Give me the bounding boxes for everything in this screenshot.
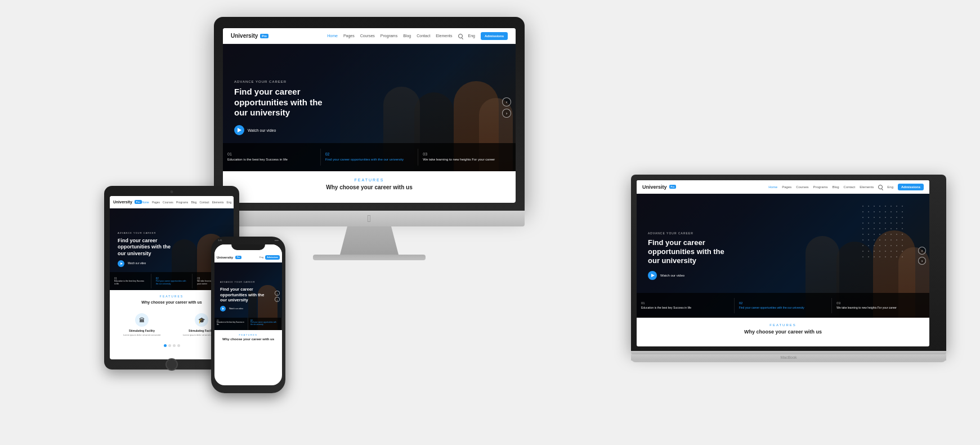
macbook-search-icon[interactable] xyxy=(878,185,883,189)
macbook-nav-pages[interactable]: Pages xyxy=(782,185,791,189)
macbook-watch-video-label: Watch our video xyxy=(660,274,684,277)
ipad-dot-1[interactable] xyxy=(164,344,167,347)
feature-icon-1: 🏛 xyxy=(135,313,149,327)
nav-elements[interactable]: Elements xyxy=(436,34,452,38)
iphone-bezel: 1:41 ●●● University Pro Eng Admissions xyxy=(211,237,285,393)
macbook-nav-courses[interactable]: Courses xyxy=(796,185,808,189)
iphone-hero-bottom-bar: 01 Education is the best key Success in … xyxy=(214,318,282,330)
ipad-home-button[interactable] xyxy=(165,358,178,371)
macbook-nav-home[interactable]: Home xyxy=(768,185,777,189)
imac-stand xyxy=(333,226,406,255)
macbook-hbi-num-2: 02 xyxy=(739,301,827,305)
macbook-hbi-text-2: Find your career opportunities with the … xyxy=(739,306,827,310)
macbook-screen: University Pro Home Pages Courses Progra… xyxy=(637,180,929,346)
macbook-next-arrow[interactable]: › xyxy=(918,257,926,265)
bottom-item-text-1: Education is the best key Success in lif… xyxy=(227,157,316,162)
macbook-bezel: University Pro Home Pages Courses Progra… xyxy=(631,175,946,351)
admissions-button[interactable]: Admissions xyxy=(481,32,508,40)
iphone-hero-eyebrow: ADVANCE YOUR CAREER xyxy=(220,281,276,283)
macbook-prev-arrow[interactable]: ‹ xyxy=(918,247,926,255)
iphone-play-button[interactable] xyxy=(220,306,226,312)
macbook-bottom-item-1: 01 Education is the best key Success in … xyxy=(637,298,735,313)
imac-features-section: FEATURES Why choose your career with us xyxy=(223,171,516,197)
iphone-status-bar: 1:41 ●●● xyxy=(218,239,279,242)
ipad-lang-selector[interactable]: Eng xyxy=(226,201,231,204)
macbook-hero-eyebrow: ADVANCE YOUR CAREER xyxy=(648,232,918,235)
ipad-nav-courses[interactable]: Courses xyxy=(163,201,173,204)
ipad-nav-blog[interactable]: Blog xyxy=(191,201,196,204)
ipad-play-button[interactable] xyxy=(118,260,124,267)
logo-text: University xyxy=(231,33,258,39)
imac-bezel: University Pro Home Pages Courses Progra… xyxy=(214,17,525,211)
iphone-hbi-text-1: Education is the best key Success in lif… xyxy=(217,322,245,326)
ipad-nav-contact[interactable]: Contact xyxy=(199,201,209,204)
iphone-notch xyxy=(231,244,265,250)
ipad-nav-pages[interactable]: Pages xyxy=(152,201,160,204)
iphone-bottom-item-1: 01 Education is the best key Success in … xyxy=(214,318,248,330)
ipad-nav: University Pro Home Pages Courses Progra… xyxy=(110,196,234,208)
macbook-base: MacBook xyxy=(631,354,946,362)
nav-courses[interactable]: Courses xyxy=(360,34,375,38)
macbook-nav-programs[interactable]: Programs xyxy=(813,185,828,189)
ipad-hero-cta[interactable]: Watch our video xyxy=(118,260,226,267)
nav-pages[interactable]: Pages xyxy=(343,34,355,38)
hero-eyebrow: ADVANCE YOUR CAREER xyxy=(234,80,504,83)
iphone-nav-right: Eng Admissions xyxy=(259,255,280,260)
macbook-hbi-text-1: Education is the best key Success in lif… xyxy=(641,306,730,310)
ipad-logo: University Pro xyxy=(113,200,142,204)
macbook-hero-title: Find your career opportunities with the … xyxy=(648,238,760,266)
imac-screen: University Pro Home Pages Courses Progra… xyxy=(223,28,516,203)
iphone-device: 1:41 ●●● University Pro Eng Admissions xyxy=(211,237,285,393)
next-arrow[interactable]: › xyxy=(502,109,511,118)
iphone-lang-selector[interactable]: Eng xyxy=(259,256,263,259)
search-icon[interactable] xyxy=(458,34,463,38)
iphone-hbi-text-2: Find your career opportunities with the … xyxy=(250,322,279,326)
macbook-hero-cta[interactable]: Watch our video xyxy=(648,271,918,280)
ipad-dot-2[interactable] xyxy=(168,344,171,347)
macbook-admissions-button[interactable]: Admissions xyxy=(898,184,924,190)
hero-nav-arrows: ‹ › xyxy=(502,97,511,118)
ipad-logo-badge: Pro xyxy=(135,200,142,204)
ipad-hero-title: Find your career opportunities with the … xyxy=(118,238,196,257)
iphone-logo-badge: Pro xyxy=(235,256,241,259)
nav-home[interactable]: Home xyxy=(327,34,338,38)
macbook-hero-bottom-bar: 01 Education is the best key Success in … xyxy=(637,293,929,318)
hero-bottom-item-1: 01 Education is the best key Success in … xyxy=(223,149,321,165)
ipad-nav-home[interactable]: Home xyxy=(142,201,149,204)
iphone-hero-cta[interactable]: Watch our video xyxy=(220,306,276,312)
nav-blog[interactable]: Blog xyxy=(403,34,411,38)
ipad-dot-4[interactable] xyxy=(177,344,180,347)
macbook-hero-nav-arrows: ‹ › xyxy=(918,247,926,265)
play-button[interactable] xyxy=(234,125,244,135)
ipad-nav-elements[interactable]: Elements xyxy=(212,201,224,204)
iphone-admissions-button[interactable]: Admissions xyxy=(265,255,280,260)
macbook-lang-selector[interactable]: Eng xyxy=(887,185,893,189)
lang-selector[interactable]: Eng xyxy=(468,34,475,38)
macbook-features-label: FEATURES xyxy=(642,323,924,327)
macbook-nav-blog[interactable]: Blog xyxy=(833,185,839,189)
macbook-play-button[interactable] xyxy=(648,271,657,280)
iphone-prev-arrow[interactable]: ‹ xyxy=(275,291,280,296)
bottom-item-num-1: 01 xyxy=(227,152,316,156)
ipad-bottom-item-2: 02 Find your career opportunities with t… xyxy=(151,274,193,289)
apple-logo-icon:  xyxy=(368,213,372,225)
iphone-nav: University Pro Eng Admissions xyxy=(214,252,282,262)
logo-badge: Pro xyxy=(260,34,268,38)
nav-contact[interactable]: Contact xyxy=(417,34,430,38)
ipad-dot-3[interactable] xyxy=(173,344,176,347)
macbook-nav-contact[interactable]: Contact xyxy=(844,185,856,189)
macbook-logo: University Pro xyxy=(642,184,676,190)
nav-programs[interactable]: Programs xyxy=(381,34,397,38)
macbook-logo-text: University xyxy=(642,184,667,190)
iphone-next-arrow[interactable]: › xyxy=(275,297,280,302)
macbook-nav-elements[interactable]: Elements xyxy=(860,185,874,189)
macbook-features-section: FEATURES Why choose your career with us xyxy=(637,318,929,340)
ipad-nav-programs[interactable]: Programs xyxy=(176,201,189,204)
iphone-logo: University Pro xyxy=(217,256,241,259)
macbook-hero: ADVANCE YOUR CAREER Find your career opp… xyxy=(637,194,929,318)
macbook-hbi-text-3: We take learning to new heights For your… xyxy=(836,306,925,310)
imac-chin:  xyxy=(214,211,525,226)
ipad-watch-video-label: Watch our video xyxy=(128,262,146,265)
hero-cta[interactable]: Watch our video xyxy=(234,125,504,135)
prev-arrow[interactable]: ‹ xyxy=(502,97,511,106)
